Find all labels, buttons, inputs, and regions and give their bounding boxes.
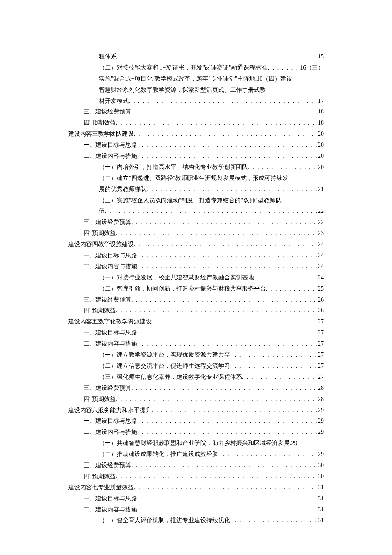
document-page: 程体系15（二）对接技能大赛和'1+X"证书，开发"岗课赛证"融通课程标准. .…: [0, 0, 392, 555]
toc-entry: 建设内容三教学团队建设20: [68, 128, 324, 139]
toc-leader-dots: [266, 283, 317, 294]
toc-leader-dots: [218, 449, 317, 460]
toc-entry: 二、建设内容与措施27: [68, 338, 324, 349]
toc-entry-text: （一）内培外引，打造高水平、结构化专业教学创新团队: [99, 162, 248, 173]
toc-entry: （二）推动建设成果转化，推广建设成效经脸29: [68, 449, 324, 460]
toc-entry: 程体系15: [68, 51, 324, 62]
toc-page-number: 20: [317, 128, 324, 139]
toc-leader-dots: [137, 338, 317, 349]
toc-leader-dots: [137, 416, 317, 427]
toc-page-number: 20: [317, 151, 324, 162]
toc-entry-text: 一、建设目标与思路: [84, 416, 137, 427]
toc-entry-text: 建设内容六服务能力和水平提升: [68, 405, 152, 416]
toc-entry: 三、建设经费预算18: [68, 106, 324, 117]
toc-leader-dots: [105, 206, 317, 217]
toc-page-number: 27: [317, 316, 324, 327]
toc-entry-text: （一）健全育人评价机制，推进专业建设持续优化: [99, 515, 230, 526]
toc-page-number: 29: [317, 427, 324, 438]
toc-leader-dots: [152, 405, 317, 416]
toc-entry: （一）共建智慧财经职教联盟和产业学院，助力乡村振兴和区域经济发展.29: [68, 438, 324, 449]
toc-page-number: 29: [317, 416, 324, 427]
toc-entry-text: 伍: [99, 206, 105, 217]
toc-page-number: 21: [317, 184, 324, 195]
toc-entry: 材开发模式17: [68, 96, 324, 107]
toc-entry-text: 展的优秀教师梯队: [99, 184, 147, 195]
toc-page-number: 24: [317, 239, 324, 250]
toc-page-number: 25: [317, 283, 324, 294]
toc-page-number: 27: [317, 338, 324, 349]
toc-page-number: 27: [317, 327, 324, 338]
toc-entry-text: 一、建设目标与思路: [84, 139, 137, 151]
toc-entry-text: 二、建设内容与措施: [84, 338, 137, 349]
toc-page-number: 27: [317, 360, 324, 372]
toc-entry: 一、建设目标与思路27: [68, 327, 324, 338]
toc-entry-text: 建设内容五数字化教学资源建设: [68, 316, 152, 327]
toc-entry: （一）内培外引，打造高水平、结构化专业教学创新团队20: [68, 162, 324, 173]
toc-page-number: 24: [317, 272, 324, 283]
toc-page-number: 31: [317, 504, 324, 515]
toc-entry-text: 三、建设经费预算: [84, 460, 131, 471]
toc-entry-text: （一）共建智慧财经职教联盟和产业学院，助力乡村振兴和区域经济发展.29: [99, 438, 297, 449]
table-of-contents: 程体系15（二）对接技能大赛和'1+X"证书，开发"岗课赛证"融通课程标准. .…: [68, 51, 324, 526]
toc-entry-text: 三、建设经费预算: [84, 217, 131, 228]
toc-page-number: 18: [317, 106, 324, 117]
toc-entry-text: 一、建设目标与思路: [84, 327, 137, 338]
toc-leader-dots: . . . . . . .: [267, 62, 300, 73]
toc-entry-text: （二）推动建设成果转化，推广建设成效经脸: [99, 449, 218, 460]
toc-entry: 伍22: [68, 206, 324, 217]
toc-entry-text: 实施"混合式+项目化"教学模式改革，筑牢"专业课堂"主阵地.16（四）建设: [99, 73, 292, 84]
toc-entry-text: 三、建设经费预算: [84, 106, 131, 117]
toc-entry-text: 二、建设内容与措施: [84, 427, 137, 438]
toc-leader-dots: [137, 250, 317, 261]
toc-entry: （一）健全育人评价机制，推进专业建设持续优化31: [68, 515, 324, 526]
toc-entry-text: 智慧财经系列化数字教学资源，探索新型活页式、工作手册式教: [99, 84, 266, 96]
toc-page-number: 26: [317, 305, 324, 316]
toc-entry-text: 二、建设内容与措施: [84, 504, 137, 515]
toc-entry: 四' 预期效益28: [68, 394, 324, 405]
toc-leader-dots: [137, 327, 317, 338]
toc-entry-text: （二）建立"四递进、双路径"教师职业生涯规划发展模式，形成可持续发: [99, 173, 288, 184]
toc-leader-dots: [131, 106, 317, 117]
toc-page-number: 24: [317, 261, 324, 272]
toc-entry: 一、建设目标与思路31: [68, 493, 324, 504]
toc-leader-dots: [137, 427, 317, 438]
toc-page-number: 23: [317, 228, 324, 239]
toc-page-number: 16（三）: [299, 62, 324, 73]
toc-entry-text: 四' 预期效益: [84, 394, 116, 405]
toc-entry: 建设内容六服务能力和水平提升29: [68, 405, 324, 416]
toc-leader-dots: [131, 383, 317, 394]
toc-page-number: 20: [317, 139, 324, 151]
toc-leader-dots: [137, 139, 317, 151]
toc-entry: 四' 预期效益23: [68, 228, 324, 239]
toc-page-number: 22: [317, 217, 324, 228]
toc-leader-dots: [147, 184, 317, 195]
toc-leader-dots: [230, 349, 317, 360]
toc-leader-dots: [129, 96, 317, 107]
toc-page-number: 31: [317, 482, 324, 493]
toc-entry-text: （二）对接技能大赛和'1+X"证书，开发"岗课赛证"融通课程标准: [99, 62, 267, 73]
toc-page-number: 28: [317, 394, 324, 405]
toc-leader-dots: [131, 294, 317, 305]
toc-leader-dots: [137, 504, 317, 515]
toc-page-number: 18: [317, 117, 324, 128]
toc-leader-dots: [230, 360, 317, 372]
toc-page-number: 26: [317, 294, 324, 305]
toc-leader-dots: [131, 460, 317, 471]
toc-entry: （二）对接技能大赛和'1+X"证书，开发"岗课赛证"融通课程标准. . . . …: [68, 62, 324, 73]
toc-page-number: 22: [317, 206, 324, 217]
toc-entry-text: 四' 预期效益: [84, 305, 116, 316]
toc-entry: 四' 预期效益18: [68, 117, 324, 128]
toc-entry-text: 建设内容四教学设施建设: [68, 239, 134, 250]
toc-entry: （二）建立"四递进、双路径"教师职业生涯规划发展模式，形成可持续发: [68, 173, 324, 184]
toc-entry-text: 材开发模式: [99, 96, 129, 107]
toc-entry: 建设内容七专业质量效益31: [68, 482, 324, 493]
toc-leader-dots: [134, 128, 317, 139]
toc-leader-dots: [116, 117, 317, 128]
toc-leader-dots: [116, 305, 317, 316]
toc-entry: 三、建设经费预算28: [68, 383, 324, 394]
toc-entry: 二、建设内容与措施24: [68, 261, 324, 272]
toc-page-number: 31: [317, 515, 324, 526]
toc-entry: 三、建设经费预算26: [68, 294, 324, 305]
toc-entry-text: （三）强化师生信息化素养，建设数字化专业课程体系: [99, 372, 242, 383]
toc-entry-text: （一）建立教学资源平台，实现优质资源共建共享: [99, 349, 230, 360]
